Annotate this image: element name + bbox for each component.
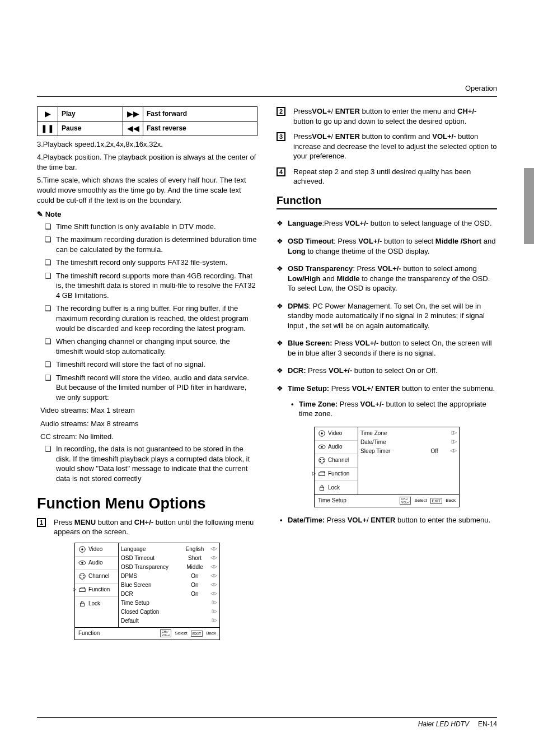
playback-controls-table: ▶ Play ▶▶ Fast forward ❚❚ Pause ◀◀ Fast … — [37, 106, 257, 136]
osd-tab-audio: Audio — [75, 557, 118, 570]
step-1: 1 Press MENU button and CH+/- button unt… — [37, 517, 257, 537]
note-item: Timeshift record will store the fact of … — [56, 360, 257, 370]
osd-tab-lock: Lock — [75, 597, 118, 610]
step-4: 4 Repeat step 2 and step 3 until desired… — [277, 167, 497, 186]
streams-cc: CC stream: No limited. — [40, 432, 257, 442]
time-zone-sub: Time Zone: Press VOL+/- button to select… — [288, 399, 497, 419]
page-edge-tab — [524, 168, 534, 244]
osd-tab-video: Video — [315, 427, 358, 441]
right-column: 2 PressVOL+/ ENTER button to enter the m… — [277, 106, 497, 640]
osd-main-panel: LanguageEnglish◁▷ OSD TimeoutShort◁▷ OSD… — [119, 543, 219, 627]
pause-label: Pause — [62, 124, 81, 132]
function-item-blue-screen: Blue Screen: Press VOL+/- button to sele… — [277, 338, 497, 358]
osd-main-panel: Time Zone▯▷ Date/Time▯▷ Sleep TimerOff◁▷ — [358, 427, 459, 494]
pause-icon: ❚❚ — [38, 121, 58, 136]
playback-note-4: 4.Playback position. The playback positi… — [37, 152, 257, 172]
function-item-osd-transparency: OSD Transparency: Press VOL+/- button to… — [277, 264, 497, 293]
function-item-dpms: DPMS: PC Power Management. To set On, th… — [277, 301, 497, 331]
note-item: The timeshift record only supports FAT32… — [56, 258, 257, 268]
osd-tab-video: Video — [75, 543, 118, 557]
svg-point-23 — [319, 458, 325, 464]
osd-time-setup-menu: Video Audio Channel ▷Function Lock Time … — [314, 427, 460, 507]
fast-forward-icon: ▶▶ — [123, 107, 143, 122]
svg-point-7 — [81, 575, 82, 576]
svg-point-26 — [320, 461, 321, 462]
svg-point-10 — [83, 577, 85, 578]
svg-point-5 — [81, 562, 83, 564]
note-item: When changing channel or changing input … — [56, 337, 257, 356]
note-item: The maximum recording duration is determ… — [56, 235, 257, 254]
osd-function-menu: Video Audio Channel ▷Function Lock Langu… — [74, 543, 220, 640]
svg-point-27 — [323, 461, 324, 462]
header-divider — [37, 96, 497, 97]
function-menu-options-title: Function Menu Options — [37, 493, 257, 514]
note-list: Time Shift function is only available in… — [37, 222, 257, 403]
function-subheading: Function — [277, 193, 497, 210]
fast-reverse-label: Fast reverse — [147, 124, 186, 132]
playback-note-3: 3.Playback speed.1x,2x,4x,8x,16x,32x. — [37, 139, 257, 150]
svg-point-25 — [323, 459, 324, 460]
osd-tab-channel: Channel — [75, 570, 118, 584]
function-item-dcr: DCR: Press VOL+/- button to select On or… — [277, 366, 497, 376]
osd-tab-function: ▷Function — [75, 584, 118, 597]
step-number-icon: 1 — [37, 518, 46, 527]
osd-exit-key: EXIT — [430, 498, 443, 504]
step-text: PressVOL+/ ENTER button to enter the men… — [293, 107, 476, 125]
playback-note-5: 5.Time scale, which shows the scales of … — [37, 175, 257, 205]
note-item: The recording buffer is a ring buffer. F… — [56, 304, 257, 333]
function-items: Language:Press VOL+/- button to select l… — [277, 218, 497, 418]
osd-nav-keys: CH+/ VOL+/ — [160, 629, 171, 637]
footer-page-number: EN-14 — [478, 720, 497, 728]
function-item-time-setup: Time Setup: Press VOL+/ ENTER button to … — [277, 384, 497, 419]
step-text: Press MENU button and CH+/- button until… — [54, 518, 254, 536]
page-footer: Haier LED HDTV EN-14 — [37, 717, 497, 728]
header-section-label: Operation — [465, 84, 497, 92]
step-3: 3 PressVOL+/ ENTER button to confirm and… — [277, 132, 497, 161]
osd-footer: Function CH+/ VOL+/ Select EXIT Back — [75, 627, 219, 640]
note-item: Timeshift record will store the video, a… — [56, 373, 257, 403]
osd-footer: Time Setup CH+/ VOL+/ Select EXIT Back — [315, 494, 459, 507]
step-text: PressVOL+/ ENTER button to confirm and V… — [293, 132, 497, 160]
fast-forward-label: Fast forward — [147, 110, 187, 118]
note-item: Time Shift function is only available in… — [56, 222, 257, 232]
osd-tab-audio: Audio — [315, 441, 358, 454]
step-number-icon: 4 — [277, 167, 285, 176]
svg-rect-12 — [81, 603, 85, 606]
osd-tab-lock: Lock — [315, 481, 358, 494]
footer-model: Haier LED HDTV — [418, 720, 469, 728]
osd-tab-function: ▷Function — [315, 468, 358, 481]
left-column: ▶ Play ▶▶ Fast forward ❚❚ Pause ◀◀ Fast … — [37, 106, 257, 640]
step-text: Repeat step 2 and step 3 until desired q… — [293, 167, 471, 186]
svg-point-24 — [320, 459, 321, 460]
fast-reverse-icon: ◀◀ — [123, 121, 143, 136]
play-label: Play — [62, 110, 76, 118]
osd-exit-key: EXIT — [191, 631, 203, 637]
function-item-osd-timeout: OSD Timeout: Press VOL+/- button to sele… — [277, 236, 497, 256]
note-item: The timeshift record supports more than … — [56, 271, 257, 301]
osd-tab-channel: Channel — [315, 454, 358, 468]
note-heading: Note — [37, 209, 257, 220]
streams-video: Video streams: Max 1 stream — [40, 405, 257, 416]
note-item: In recording, the data is not guaranteed… — [56, 444, 257, 483]
svg-point-6 — [79, 573, 86, 580]
osd-nav-keys: CH+/ VOL+/ — [400, 497, 411, 505]
svg-point-20 — [321, 432, 323, 435]
svg-rect-28 — [319, 473, 325, 475]
date-time-sub: Date/Time: Press VOL+/ ENTER button to e… — [277, 515, 497, 525]
svg-point-9 — [81, 577, 82, 578]
svg-point-8 — [83, 575, 85, 576]
streams-audio: Audio streams: Max 8 streams — [40, 419, 257, 429]
step-number-icon: 3 — [277, 132, 285, 141]
svg-point-22 — [321, 446, 323, 448]
step-2: 2 PressVOL+/ ENTER button to enter the m… — [277, 106, 497, 126]
play-icon: ▶ — [38, 107, 58, 122]
step-number-icon: 2 — [277, 107, 285, 116]
function-item-language: Language:Press VOL+/- button to select l… — [277, 218, 497, 228]
svg-point-3 — [81, 548, 83, 550]
svg-rect-29 — [320, 487, 324, 490]
svg-rect-11 — [79, 589, 86, 591]
note-list-tail: In recording, the data is not guaranteed… — [37, 444, 257, 483]
